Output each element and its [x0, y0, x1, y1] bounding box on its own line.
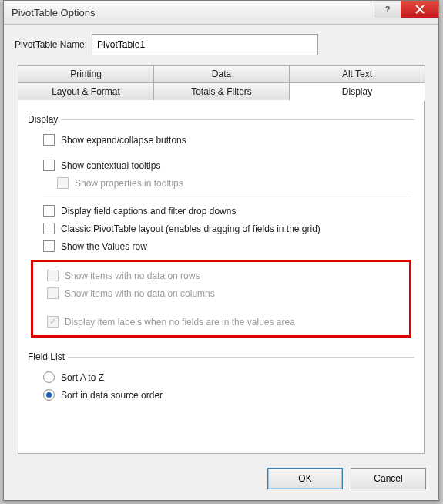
- checkbox-icon: [43, 240, 55, 252]
- checkbox-icon: [43, 134, 55, 146]
- opt-expand-collapse[interactable]: Show expand/collapse buttons: [31, 131, 411, 149]
- checkbox-icon: [43, 223, 55, 234]
- opt-values-row[interactable]: Show the Values row: [31, 237, 411, 255]
- radio-icon: [43, 389, 55, 401]
- help-button[interactable]: ?: [374, 1, 401, 18]
- radio-icon: [43, 371, 55, 383]
- dialog-body: PivotTable Name: Printing Data Alt Text …: [4, 25, 438, 464]
- window-title: PivotTable Options: [4, 7, 95, 18]
- opt-nodata-cols: Show items with no data on columns: [35, 284, 408, 302]
- ok-button[interactable]: OK: [267, 468, 343, 489]
- checkbox-icon: [47, 270, 59, 281]
- close-icon: [415, 5, 425, 14]
- checkbox-icon: [57, 177, 69, 189]
- group-field-list: Field List Sort A to Z Sort in data sour…: [28, 351, 414, 407]
- window-controls: ?: [374, 1, 438, 18]
- separator: [43, 197, 411, 197]
- pivottable-name-input[interactable]: [92, 34, 318, 55]
- group-field-list-legend: Field List: [28, 351, 68, 362]
- titlebar: PivotTable Options ?: [4, 1, 438, 25]
- opt-item-labels: ✓ Display item labels when no fields are…: [35, 313, 408, 331]
- opt-sort-source[interactable]: Sort in data source order: [31, 386, 411, 404]
- dialog-footer: OK Cancel: [267, 468, 426, 489]
- checkbox-icon: ✓: [47, 316, 59, 328]
- opt-field-captions[interactable]: Display field captions and filter drop d…: [31, 202, 411, 220]
- tab-totals-filters[interactable]: Totals & Filters: [153, 82, 290, 101]
- dialog-window: PivotTable Options ? PivotTable Name: Pr…: [3, 0, 439, 501]
- tab-printing[interactable]: Printing: [18, 65, 154, 82]
- name-label: PivotTable Name:: [15, 39, 87, 50]
- tab-display[interactable]: Display: [289, 82, 425, 101]
- opt-nodata-rows: Show items with no data on rows: [35, 267, 408, 284]
- tab-content-display: Display Show expand/collapse buttons Sho…: [18, 100, 425, 454]
- opt-classic-layout[interactable]: Classic PivotTable layout (enables dragg…: [31, 220, 411, 237]
- cancel-button[interactable]: Cancel: [351, 468, 426, 489]
- highlight-box: Show items with no data on rows Show ite…: [31, 260, 411, 338]
- tab-alt-text[interactable]: Alt Text: [289, 65, 425, 82]
- group-display-legend: Display: [28, 114, 61, 125]
- checkbox-icon: [43, 205, 55, 217]
- tab-layout-format[interactable]: Layout & Format: [18, 82, 154, 101]
- group-display: Display Show expand/collapse buttons Sho…: [28, 114, 414, 345]
- opt-contextual-tooltips[interactable]: Show contextual tooltips: [31, 156, 411, 174]
- opt-sort-az[interactable]: Sort A to Z: [31, 368, 411, 386]
- tab-data[interactable]: Data: [153, 65, 290, 82]
- name-row: PivotTable Name:: [15, 34, 428, 55]
- close-button[interactable]: [401, 1, 438, 18]
- checkbox-icon: [43, 160, 55, 171]
- opt-properties-tooltips: Show properties in tooltips: [31, 174, 411, 192]
- checkbox-icon: [47, 287, 59, 299]
- tab-strip: Printing Data Alt Text Layout & Format T…: [18, 65, 425, 101]
